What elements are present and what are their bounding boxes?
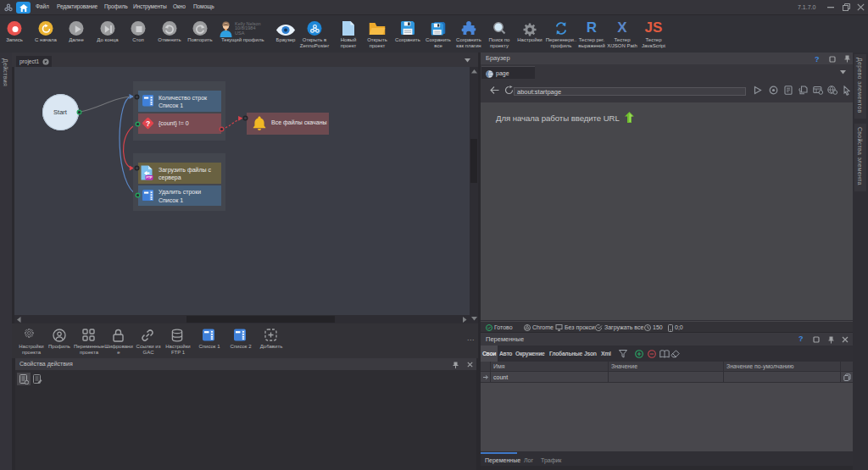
svg-text:?: ? xyxy=(146,119,150,128)
svg-text:FTP: FTP xyxy=(146,176,153,180)
